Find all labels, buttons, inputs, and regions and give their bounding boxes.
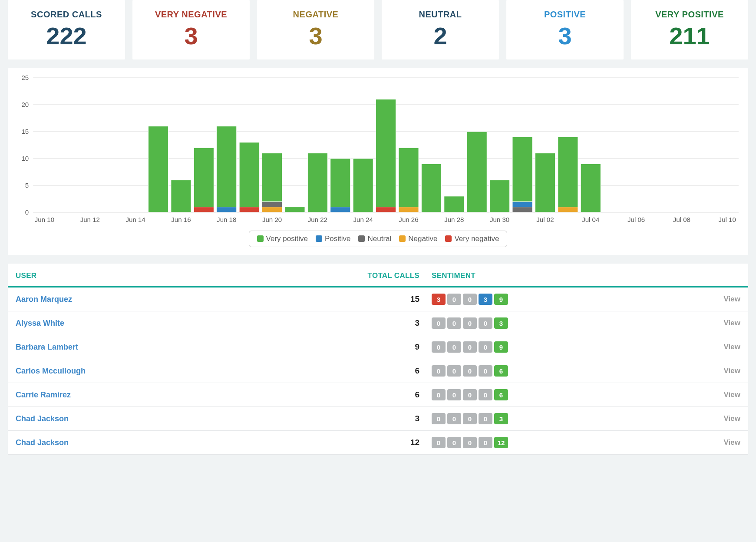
header-user[interactable]: USER	[16, 271, 363, 280]
cell-user: Carlos Mccullough	[16, 367, 363, 376]
card-label: VERY POSITIVE	[635, 10, 744, 20]
sentiment-badge-neu: 0	[463, 294, 477, 305]
sentiment-badge-pos: 0	[479, 317, 492, 329]
cell-sentiment: 00003	[419, 413, 518, 424]
svg-text:Jul 04: Jul 04	[582, 216, 599, 223]
legend-item-very-positive[interactable]: Very positive	[257, 235, 308, 243]
cell-sentiment: 000012	[419, 437, 518, 448]
sentiment-badge-neu: 0	[463, 389, 477, 400]
svg-text:Jun 28: Jun 28	[444, 216, 464, 223]
cell-sentiment: 30039	[419, 294, 518, 305]
card-label: VERY NEGATIVE	[137, 10, 245, 20]
sentiment-badge-neu: 0	[463, 341, 477, 353]
user-link[interactable]: Carrie Ramirez	[16, 390, 71, 399]
svg-text:5: 5	[25, 182, 29, 189]
view-link[interactable]: View	[518, 390, 740, 399]
svg-rect-36	[512, 207, 532, 212]
sentiment-badge-neu: 0	[463, 437, 477, 448]
legend-swatch-icon	[316, 235, 322, 242]
view-link[interactable]: View	[518, 438, 740, 447]
sentiment-badge-neg: 0	[447, 365, 461, 377]
cell-user: Chad Jackson	[16, 414, 363, 423]
sentiment-badge-vp: 3	[494, 317, 508, 329]
svg-rect-28	[376, 207, 396, 212]
user-link[interactable]: Carlos Mccullough	[16, 367, 86, 375]
svg-rect-14	[194, 207, 214, 212]
svg-text:Jun 22: Jun 22	[308, 216, 327, 223]
table-row: Alyssa White300003View	[8, 311, 748, 335]
user-link[interactable]: Aaron Marquez	[16, 295, 72, 304]
card-positive: POSITIVE 3	[506, 0, 624, 59]
sentiment-badge-neg: 0	[447, 437, 461, 448]
sentiment-badge-pos: 0	[479, 389, 492, 400]
chart-legend: Very positive Positive Neutral Negative …	[249, 231, 508, 247]
table-row: Aaron Marquez1530039View	[8, 288, 748, 311]
svg-rect-32	[421, 164, 441, 212]
sentiment-chart: 0510152025Jun 10Jun 12Jun 14Jun 16Jun 18…	[11, 73, 745, 225]
cell-sentiment: 00009	[419, 341, 518, 353]
legend-item-negative[interactable]: Negative	[399, 235, 437, 243]
svg-rect-23	[285, 207, 305, 212]
svg-text:Jun 16: Jun 16	[171, 216, 191, 223]
svg-rect-17	[217, 126, 237, 207]
svg-text:10: 10	[21, 155, 29, 162]
sentiment-badge-vp: 3	[494, 413, 508, 424]
cell-total-calls: 3	[363, 414, 419, 423]
view-link[interactable]: View	[518, 343, 740, 351]
view-link[interactable]: View	[518, 319, 740, 327]
view-link[interactable]: View	[518, 367, 740, 375]
sentiment-badge-vp: 9	[494, 294, 508, 305]
user-link[interactable]: Chad Jackson	[16, 438, 69, 447]
legend-swatch-icon	[399, 235, 406, 242]
cell-total-calls: 12	[363, 438, 419, 447]
user-link[interactable]: Chad Jackson	[16, 414, 69, 423]
cell-user: Aaron Marquez	[16, 295, 363, 304]
svg-text:Jun 26: Jun 26	[399, 216, 418, 223]
legend-item-neutral[interactable]: Neutral	[358, 235, 391, 243]
cell-total-calls: 9	[363, 342, 419, 352]
card-value: 3	[261, 24, 370, 48]
svg-rect-25	[330, 207, 350, 212]
legend-item-very-negative[interactable]: Very negative	[445, 235, 499, 243]
svg-rect-24	[307, 153, 327, 212]
svg-text:20: 20	[21, 101, 29, 108]
cell-total-calls: 6	[363, 366, 419, 376]
svg-rect-30	[399, 207, 419, 212]
users-table: USER TOTAL CALLS SENTIMENT Aaron Marquez…	[8, 264, 748, 455]
user-link[interactable]: Barbara Lambert	[16, 343, 78, 351]
sentiment-badge-vp: 12	[494, 437, 508, 448]
card-label: NEGATIVE	[261, 10, 370, 20]
svg-text:Jun 20: Jun 20	[262, 216, 282, 223]
sentiment-badge-neg: 0	[447, 317, 461, 329]
header-sentiment[interactable]: SENTIMENT	[419, 271, 518, 280]
svg-rect-39	[535, 153, 555, 212]
svg-text:Jun 12: Jun 12	[80, 216, 100, 223]
view-link[interactable]: View	[518, 295, 740, 304]
header-total[interactable]: TOTAL CALLS	[363, 271, 419, 280]
cell-user: Alyssa White	[16, 319, 363, 328]
svg-rect-20	[262, 207, 282, 212]
svg-rect-22	[262, 153, 282, 202]
sentiment-badge-vn: 0	[432, 317, 446, 329]
card-value: 2	[386, 24, 495, 48]
card-very-positive: VERY POSITIVE 211	[631, 0, 748, 59]
cell-sentiment: 00003	[419, 317, 518, 329]
sentiment-badge-neg: 0	[447, 413, 461, 424]
svg-text:Jun 14: Jun 14	[125, 216, 145, 223]
sentiment-badge-neg: 0	[447, 389, 461, 400]
sentiment-badge-pos: 0	[479, 365, 492, 377]
legend-swatch-icon	[358, 235, 365, 242]
user-link[interactable]: Alyssa White	[16, 319, 64, 327]
svg-text:Jul 06: Jul 06	[627, 216, 645, 223]
table-row: Chad Jackson300003View	[8, 407, 748, 431]
view-link[interactable]: View	[518, 414, 740, 423]
card-value: 3	[511, 24, 619, 48]
svg-rect-16	[217, 207, 237, 212]
svg-text:Jun 18: Jun 18	[217, 216, 236, 223]
legend-item-positive[interactable]: Positive	[316, 235, 351, 243]
card-value: 3	[137, 24, 245, 48]
table-row: Chad Jackson12000012View	[8, 431, 748, 455]
sentiment-badge-pos: 0	[479, 341, 492, 353]
svg-text:Jun 24: Jun 24	[353, 216, 373, 223]
svg-text:0: 0	[25, 208, 29, 216]
